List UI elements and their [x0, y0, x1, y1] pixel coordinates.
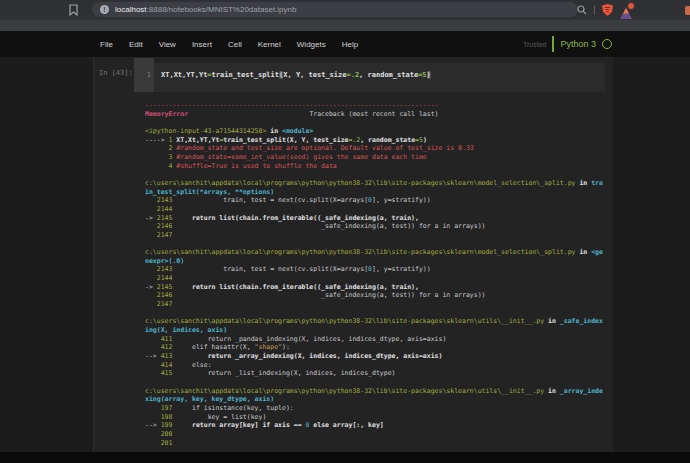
bookmark-icon[interactable]: [69, 4, 78, 16]
profile-avatar-edge[interactable]: [685, 6, 690, 15]
toolbar-divider: [594, 5, 595, 15]
site-info-icon[interactable]: !: [100, 5, 109, 14]
kernel-status-icon: [602, 39, 612, 49]
notebook-container: In [43]: 1 XT,Xt,YT,Yt=train_test_split(…: [93, 57, 613, 452]
bottom-strip: [0, 452, 690, 463]
extension-icon[interactable]: [620, 5, 632, 16]
kernel-divider: [552, 36, 554, 52]
kernel-name: Python 3: [560, 39, 596, 49]
error-traceback-output: ----------------------------------------…: [145, 101, 603, 463]
menu-insert[interactable]: Insert: [192, 40, 212, 49]
trusted-badge: Trusted: [523, 41, 546, 48]
menu-file[interactable]: File: [100, 40, 113, 49]
screen: ! localhost:8888/notebooks/MNIST%20datas…: [0, 0, 690, 463]
cell-input-prompt: In [43]:: [99, 69, 133, 77]
bookmarks-strip: [0, 20, 690, 31]
shield-icon[interactable]: [602, 4, 613, 16]
browser-address-bar: ! localhost:8888/notebooks/MNIST%20datas…: [0, 0, 690, 20]
editor-line-number: 1: [134, 63, 154, 92]
menu-kernel[interactable]: Kernel: [258, 40, 281, 49]
url-bar[interactable]: ! localhost:8888/notebooks/MNIST%20datas…: [92, 2, 578, 17]
notebook-body: In [43]: 1 XT,Xt,YT,Yt=train_test_split(…: [0, 57, 690, 452]
search-icon[interactable]: [577, 5, 587, 15]
url-host: localhost: [115, 5, 147, 14]
menu-edit[interactable]: Edit: [129, 40, 143, 49]
code-cell-editor[interactable]: 1 XT,Xt,YT,Yt=train_test_split(X, Y, tes…: [134, 63, 605, 92]
extension-badge: [627, 2, 635, 10]
notebook-menubar: File Edit View Insert Cell Kernel Widget…: [0, 31, 690, 57]
url-path: :8888/notebooks/MNIST%20dataset.ipynb: [147, 5, 297, 14]
menu-view[interactable]: View: [159, 40, 176, 49]
menu-help[interactable]: Help: [342, 40, 358, 49]
code-line[interactable]: XT,Xt,YT,Yt=train_test_split(X, Y, test_…: [154, 63, 605, 92]
menu-widgets[interactable]: Widgets: [297, 40, 326, 49]
menu-cell[interactable]: Cell: [228, 40, 242, 49]
